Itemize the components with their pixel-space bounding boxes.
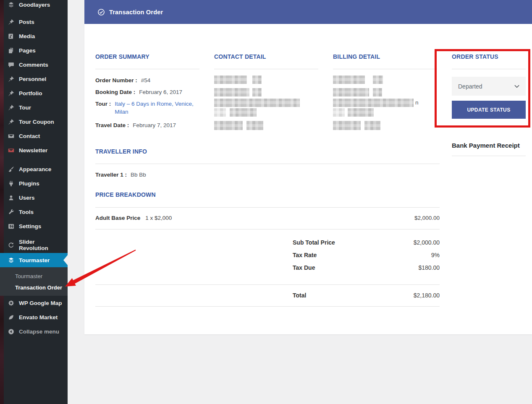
sidebar-item-tour-coupon[interactable]: Tour Coupon — [4, 115, 68, 129]
admin-menu: Goodlayers Posts Media Pages Comments Pe… — [4, 0, 68, 339]
settings-icon — [7, 222, 15, 230]
stack-icon — [7, 1, 15, 8]
sidebar-item-users[interactable]: Users — [4, 190, 68, 205]
order-status-heading: ORDER STATUS — [452, 53, 498, 60]
sidebar-item-settings[interactable]: Settings — [4, 219, 68, 233]
travel-date-row: Travel Date :February 7, 2017 — [95, 119, 176, 131]
order-status-selected-value: Departed — [458, 83, 482, 90]
user-icon — [7, 194, 15, 201]
divider — [95, 229, 440, 229]
tax-rate-row: Tax Rate9% — [293, 249, 440, 261]
sidebar-item-tour[interactable]: Tour — [4, 100, 68, 115]
line-item-amount: $2,000.00 — [414, 215, 440, 221]
redacted-text — [333, 76, 365, 84]
sidebar-item-tools[interactable]: Tools — [4, 205, 68, 219]
redacted-text — [364, 121, 380, 130]
pages-icon — [7, 47, 15, 54]
order-status-select[interactable]: Departed — [452, 77, 526, 96]
page-title: Transaction Order — [109, 9, 163, 16]
redacted-text — [252, 88, 262, 96]
subtotal-row: Sub Total Price$2,000.00 — [293, 236, 440, 249]
tax-due-row: Tax Due$180.00 — [293, 261, 440, 274]
sidebar-item-posts[interactable]: Posts — [4, 15, 68, 29]
background-image-strip — [0, 0, 4, 404]
redacted-text — [214, 76, 247, 84]
price-line-item: Adult Base Price1 x $2,000 $2,000.00 — [95, 212, 440, 224]
pin-icon — [7, 104, 15, 111]
wrench-icon — [7, 208, 15, 216]
chevron-down-icon — [514, 85, 519, 88]
redacted-text — [214, 88, 249, 96]
sidebar-item-portfolio[interactable]: Portfolio — [4, 86, 68, 100]
sidebar-item-appearance[interactable]: Appearance — [4, 162, 68, 176]
redacted-text — [214, 99, 300, 107]
redacted-text — [348, 108, 374, 117]
wordpress-admin-screen: Goodlayers Posts Media Pages Comments Pe… — [0, 0, 532, 404]
sidebar-item-comments[interactable]: Comments — [4, 57, 68, 72]
booking-date-row: Booking Date :February 6, 2017 — [95, 86, 182, 98]
sidebar-item-media[interactable]: Media — [4, 29, 68, 43]
admin-sidebar: Goodlayers Posts Media Pages Comments Pe… — [0, 0, 68, 404]
submenu-item-tourmaster[interactable]: Tourmaster — [0, 271, 68, 282]
divider — [214, 69, 318, 69]
redacted-text — [333, 121, 361, 130]
submenu-item-transaction-order[interactable]: Transaction Order — [0, 282, 68, 293]
sidebar-item-plugins[interactable]: Plugins — [4, 176, 68, 190]
sidebar-item-wp-google-map[interactable]: WP Google Map — [4, 296, 68, 310]
sidebar-item-envato-market[interactable]: Envato Market — [4, 310, 68, 324]
divider — [95, 207, 440, 208]
tourmaster-submenu: Tourmaster Transaction Order — [4, 267, 68, 296]
contact-detail-heading: CONTACT DETAIL — [214, 53, 266, 60]
tour-link[interactable]: Italy – 6 Days in Rome, Venice, Milan — [115, 100, 199, 116]
divider — [452, 156, 526, 156]
update-status-button[interactable]: UPDATE STATUS — [452, 101, 526, 119]
redacted-text — [333, 88, 369, 96]
redacted-text — [252, 76, 262, 84]
check-circle-icon — [97, 8, 105, 16]
redacted-text — [373, 76, 383, 84]
divider — [452, 69, 526, 69]
divider — [95, 306, 440, 307]
redacted-text — [214, 121, 243, 130]
divider — [333, 69, 437, 69]
media-icon — [7, 32, 15, 40]
sidebar-item-contact[interactable]: Contact — [4, 129, 68, 143]
sidebar-item-newsletter[interactable]: Newsletter — [4, 143, 68, 157]
divider — [95, 164, 440, 164]
menu-separator — [4, 11, 68, 15]
billing-text-fragment: n — [415, 99, 419, 106]
brush-icon — [7, 165, 15, 173]
pin-icon — [7, 89, 15, 97]
menu-separator — [4, 233, 68, 238]
sidebar-item-goodlayers[interactable]: Goodlayers — [4, 0, 68, 11]
pin-icon — [7, 18, 15, 26]
sidebar-item-collapse-menu[interactable]: Collapse menu — [4, 324, 68, 339]
redacted-text — [333, 99, 414, 107]
redacted-text — [333, 108, 345, 117]
sidebar-item-slider-revolution[interactable]: Slider Revolution — [4, 238, 68, 252]
sidebar-item-pages[interactable]: Pages — [4, 43, 68, 57]
collapse-icon — [7, 328, 15, 335]
plug-icon — [7, 180, 15, 187]
page-header-bar: Transaction Order — [84, 0, 532, 24]
stack-icon — [7, 256, 15, 264]
traveller-row: Traveller 1 :Bb Bb — [95, 169, 146, 180]
gear-icon — [7, 299, 15, 307]
price-breakdown-heading: PRICE BREAKDOWN — [95, 191, 156, 198]
divider — [95, 284, 440, 285]
leaf-icon — [7, 313, 15, 321]
total-row: Total$2,180.00 — [293, 289, 440, 302]
sidebar-item-personnel[interactable]: Personnel — [4, 72, 68, 86]
sidebar-item-tourmaster[interactable]: Tourmaster — [0, 253, 68, 267]
redacted-text — [246, 121, 263, 130]
pin-icon — [7, 75, 15, 83]
redacted-text — [230, 108, 257, 117]
redacted-text — [214, 108, 226, 117]
bank-payment-receipt-label: Bank Payment Receipt — [452, 142, 520, 149]
traveller-info-heading: TRAVELLER INFO — [95, 148, 147, 155]
menu-separator — [4, 157, 68, 162]
order-number-row: Order Number :#54 — [95, 74, 150, 86]
refresh-icon — [7, 241, 15, 249]
envelope-icon — [7, 146, 15, 154]
tour-row: Tour :Italy – 6 Days in Rome, Venice, Mi… — [95, 100, 199, 116]
